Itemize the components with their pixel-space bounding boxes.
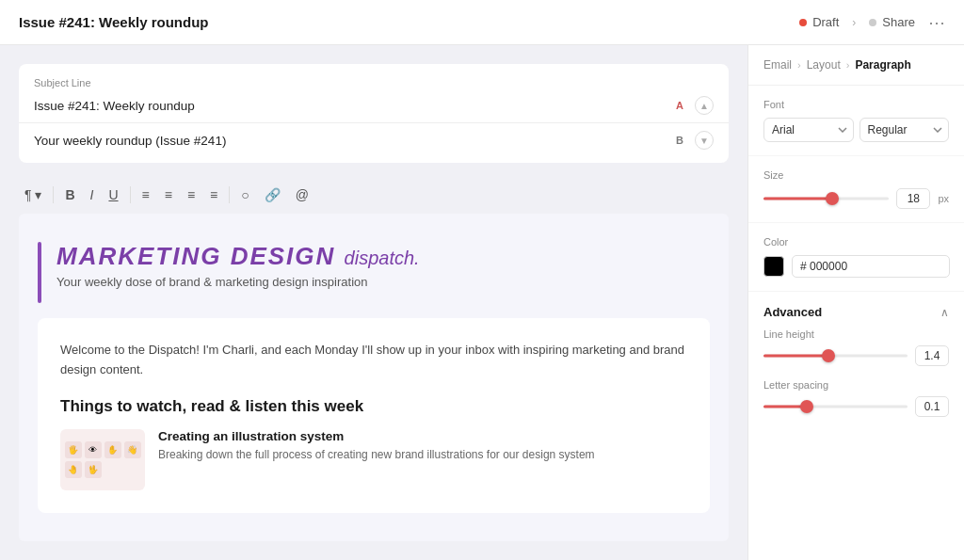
letter-spacing-row: Letter spacing	[763, 379, 949, 417]
email-content-card: Welcome to the Dispatch! I'm Charli, and…	[38, 318, 710, 513]
font-section: Font Arial Helvetica Georgia Regular Bol…	[748, 86, 964, 156]
subject-up-arrow[interactable]: ▲	[695, 96, 714, 115]
thumb-illustration: 🖐 👁 ✋ 👋 🤚 🖖	[60, 436, 145, 484]
letter-spacing-value[interactable]	[915, 396, 949, 417]
align-center-button[interactable]: ≡	[159, 184, 178, 206]
illus-4: 👋	[124, 441, 141, 458]
share-button[interactable]: Share	[869, 15, 915, 29]
size-slider-wrapper	[763, 192, 889, 205]
color-section: Color	[748, 223, 964, 292]
more-options-icon[interactable]: ⋯	[928, 12, 945, 33]
illus-5: 🤚	[65, 461, 82, 478]
breadcrumb-paragraph: Paragraph	[855, 58, 910, 72]
brand-text-block: MARKETING DESIGN dispatch. Your weekly d…	[56, 242, 420, 289]
paragraph-button[interactable]: ¶ ▾	[19, 184, 47, 206]
line-height-slider-row	[763, 345, 949, 366]
mention-button[interactable]: @	[290, 184, 314, 206]
letter-spacing-slider-wrapper	[763, 400, 908, 413]
size-label: Size	[763, 169, 949, 181]
size-section: Size px	[748, 156, 964, 223]
breadcrumb: Email › Layout › Paragraph	[748, 45, 964, 86]
font-label: Font	[763, 99, 949, 110]
chevron-right-icon: ›	[852, 16, 856, 29]
toolbar-divider-1	[53, 186, 54, 203]
subject-down-arrow[interactable]: ▼	[695, 131, 714, 150]
bold-button[interactable]: B	[59, 184, 80, 206]
subject-tag-b: B	[676, 135, 683, 146]
header-actions: Draft › Share ⋯	[799, 12, 945, 33]
editor-area: Subject Line A ▲ B ▼ ¶ ▾ B I U ≡ ≡ ≡	[0, 45, 747, 560]
toolbar-divider-3	[229, 186, 230, 203]
formatting-toolbar: ¶ ▾ B I U ≡ ≡ ≡ ≡ ○ 🔗 @	[19, 176, 729, 214]
subject-tag-a: A	[676, 100, 683, 111]
circle-button[interactable]: ○	[235, 184, 254, 206]
illus-2: 👁	[85, 441, 102, 458]
main-layout: Subject Line A ▲ B ▼ ¶ ▾ B I U ≡ ≡ ≡	[0, 45, 964, 560]
align-justify-button[interactable]: ≡	[204, 184, 223, 206]
color-label: Color	[763, 236, 949, 248]
line-height-slider-wrapper	[763, 349, 908, 362]
app-header: Issue #241: Weekly roundup Draft › Share…	[0, 0, 964, 45]
color-row	[763, 255, 949, 278]
breadcrumb-sep-1: ›	[797, 59, 801, 71]
breadcrumb-sep-2: ›	[846, 59, 850, 71]
subject-label: Subject Line	[34, 77, 714, 88]
brand-cursive-text: dispatch.	[345, 248, 420, 268]
advanced-content: Line height Letter spacing	[748, 328, 964, 443]
color-swatch[interactable]	[763, 256, 784, 277]
size-unit: px	[938, 193, 949, 204]
subject-line-b-row: B ▼	[34, 131, 714, 150]
letter-spacing-slider-row	[763, 396, 949, 417]
brand-main-text: MARKETING DESIGN	[56, 242, 345, 270]
brand-name: MARKETING DESIGN dispatch.	[56, 242, 420, 271]
email-section-heading: Things to watch, read & listen this week	[60, 397, 687, 416]
illus-6: 🖖	[85, 461, 102, 478]
color-hex-input[interactable]	[792, 255, 950, 278]
email-preview: MARKETING DESIGN dispatch. Your weekly d…	[19, 214, 729, 541]
draft-label: Draft	[812, 15, 839, 29]
line-height-row: Line height	[763, 328, 949, 366]
italic-button[interactable]: I	[85, 184, 100, 206]
draft-status: Draft	[799, 15, 839, 29]
size-value-input[interactable]	[896, 188, 930, 209]
illus-1: 🖐	[65, 441, 82, 458]
font-family-select[interactable]: Arial Helvetica Georgia	[763, 118, 854, 142]
underline-button[interactable]: U	[103, 184, 123, 206]
link-button[interactable]: 🔗	[259, 184, 286, 206]
subject-section: Subject Line A ▲ B ▼	[19, 64, 729, 163]
share-label: Share	[882, 15, 915, 29]
article-text: Creating an illustration system Breaking…	[158, 429, 595, 463]
letter-spacing-label: Letter spacing	[763, 379, 949, 391]
line-height-value[interactable]	[915, 345, 949, 366]
advanced-toggle[interactable]: Advanced ∧	[748, 292, 964, 328]
font-row: Arial Helvetica Georgia Regular Bold Ita…	[763, 118, 949, 142]
advanced-label: Advanced	[763, 305, 822, 319]
subject-input-a[interactable]	[34, 99, 668, 113]
share-circle-icon	[869, 19, 876, 26]
article-thumbnail: 🖐 👁 ✋ 👋 🤚 🖖	[60, 429, 145, 490]
align-right-button[interactable]: ≡	[182, 184, 201, 206]
align-left-button[interactable]: ≡	[137, 184, 155, 206]
illus-3: ✋	[104, 441, 121, 458]
subject-line-a-row: A ▲	[34, 96, 714, 115]
breadcrumb-email[interactable]: Email	[763, 58, 792, 72]
purple-accent-bar	[38, 242, 41, 303]
line-height-label: Line height	[763, 328, 949, 340]
right-panel: Email › Layout › Paragraph Font Arial He…	[747, 45, 964, 560]
toolbar-divider-2	[130, 186, 131, 203]
email-tagline: Your weekly dose of brand & marketing de…	[56, 275, 420, 289]
article-desc: Breaking down the full process of creati…	[158, 447, 595, 463]
subject-divider	[19, 122, 729, 123]
subject-input-b[interactable]	[34, 134, 668, 148]
advanced-section: Advanced ∧ Line height	[748, 292, 964, 443]
draft-dot-icon	[799, 19, 807, 26]
font-style-select[interactable]: Regular Bold Italic	[860, 118, 950, 142]
email-brand-header: MARKETING DESIGN dispatch. Your weekly d…	[38, 242, 710, 303]
chevron-up-icon: ∧	[940, 306, 949, 319]
page-title: Issue #241: Weekly roundup	[19, 14, 208, 30]
size-slider-row: px	[763, 188, 949, 209]
email-intro-text: Welcome to the Dispatch! I'm Charli, and…	[60, 341, 687, 380]
article-title: Creating an illustration system	[158, 429, 595, 443]
article-row: 🖐 👁 ✋ 👋 🤚 🖖 Creating an illustration sys…	[60, 429, 687, 490]
breadcrumb-layout[interactable]: Layout	[807, 58, 841, 72]
